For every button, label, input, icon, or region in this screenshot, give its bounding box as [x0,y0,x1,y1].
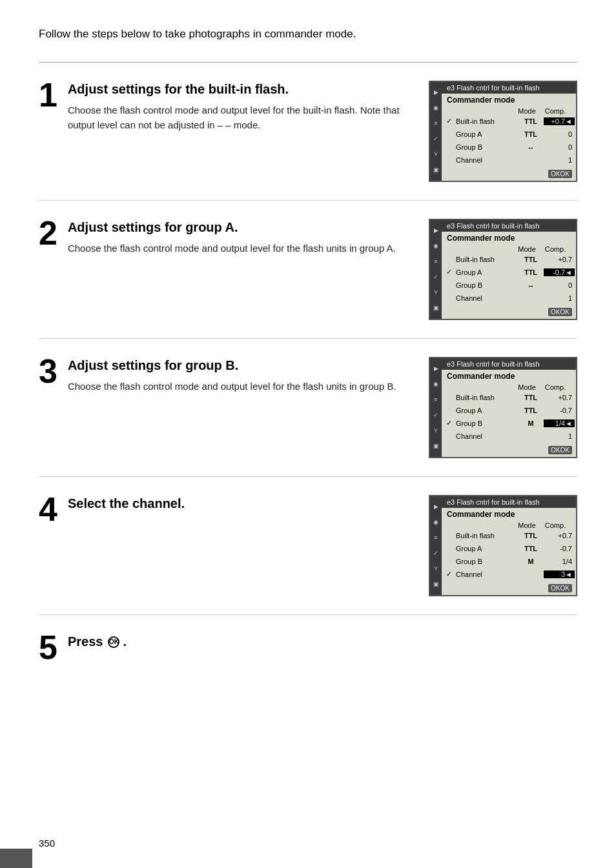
lcd-row-mode: TTL [518,117,544,125]
step-4-lcd-header: e3 Flash cntrl for built-in flash [442,496,576,508]
lcd-sidebar-icon: ◉ [433,243,438,249]
step-2-lcd-sidebar: ▶◉≡✓Y▣ [430,220,442,319]
step-5-title: Press OK . [68,634,127,649]
lcd-row-label: Channel [455,294,518,302]
step-5-press-text: Press [68,634,103,649]
lcd-row-label: Group A [455,130,518,138]
lcd-row: ✓Channel3◄ [442,568,576,581]
step-1-lcd-header: e3 Flash cntrl for built-in flash [442,82,576,94]
lcd-row-indicator: ✓ [443,268,455,276]
lcd-row-label: Group A [455,407,518,414]
lcd-row-mode: -- [518,143,544,151]
step-4-section: 4Select the channel.▶◉≡✓Y▣e3 Flash cntrl… [39,477,577,615]
lcd-row-comp: 1 [544,432,575,440]
step-2-section: 2Adjust settings for group A.Choose the … [39,201,577,339]
lcd-row-label: Built-in flash [455,394,518,401]
lcd-col-mode: Mode [514,245,540,253]
step-3-desc: Choose the flash control mode and output… [68,379,409,394]
step-1-number: 1 [39,78,57,112]
lcd-row-mode: TTL [518,130,544,138]
step-4-title: Select the channel. [68,495,409,512]
step-3-title: Adjust settings for group B. [68,357,409,374]
step-2-lcd-footer: OKOK [442,306,576,319]
step-1-section: 1Adjust settings for the built-in flash.… [39,63,577,201]
lcd-row-mode: M [518,558,544,565]
step-4-number: 4 [39,492,57,526]
step-3-lcd-col-headers: ModeComp. [442,382,576,391]
lcd-sidebar-icon: ≡ [434,258,437,265]
lcd-sidebar-icon: ✓ [433,136,438,142]
step-2-number: 2 [39,216,57,250]
step-3-lcd-footer: OKOK [442,444,576,457]
lcd-col-mode: Mode [514,521,540,529]
step-1-lcd: ▶◉≡✓Y▣e3 Flash cntrl for built-in flashC… [429,81,577,182]
lcd-row-indicator: ✓ [443,419,455,427]
lcd-row: Channel1 [442,292,576,305]
lcd-row-comp: -0.7◄ [544,268,575,276]
step-2-lcd-header: e3 Flash cntrl for built-in flash [442,220,576,232]
dark-tab [0,849,32,868]
lcd-sidebar-icon: Y [434,565,438,572]
step-2-left: 2Adjust settings for group A.Choose the … [39,219,409,256]
lcd-col-comp: Comp. [540,383,571,391]
lcd-row-comp: 0 [544,281,575,289]
lcd-sidebar-icon: ≡ [434,534,437,541]
lcd-row-label: Built-in flash [455,256,518,263]
step-1-left: 1Adjust settings for the built-in flash.… [39,81,409,133]
step-1-lcd-subheader: Commander mode [442,94,576,106]
step-4-lcd-subheader: Commander mode [442,508,576,520]
lcd-sidebar-icon: ▶ [434,89,438,96]
lcd-row: Group BM1/4 [442,555,576,568]
lcd-ok-button[interactable]: OKOK [548,308,572,316]
lcd-row: Channel1 [442,154,576,167]
lcd-row-indicator: ✓ [443,117,455,125]
step-5-period: . [123,634,127,649]
step-1-desc: Choose the flash control mode and output… [68,103,409,133]
lcd-sidebar-icon: ✓ [433,412,438,418]
step-5-content: 5 Press OK . [39,633,577,664]
lcd-col-comp: Comp. [540,521,571,529]
lcd-ok-button[interactable]: OKOK [548,584,572,592]
lcd-sidebar-icon: ▣ [433,167,439,173]
lcd-row-mode: TTL [518,545,544,552]
lcd-ok-button[interactable]: OKOK [548,170,572,178]
lcd-row-label: Group B [455,419,518,427]
lcd-row-label: Built-in flash [455,117,518,125]
lcd-sidebar-icon: ◉ [433,381,438,387]
lcd-row: ✓Built-in flashTTL+0.7◄ [442,115,576,128]
lcd-row: ✓Group ATTL-0.7◄ [442,266,576,279]
lcd-row: Built-in flashTTL+0.7 [442,253,576,266]
lcd-sidebar-icon: ▣ [433,443,439,449]
lcd-row-label: Group B [455,143,518,151]
lcd-col-comp: Comp. [540,107,571,115]
lcd-row-comp: 1 [544,294,575,302]
step-3-lcd-header: e3 Flash cntrl for built-in flash [442,358,576,370]
lcd-row-comp: 0 [544,143,575,151]
lcd-row-comp: +0.7 [544,394,575,401]
step-2-lcd-subheader: Commander mode [442,232,576,244]
step-3-left: 3Adjust settings for group B.Choose the … [39,357,409,394]
lcd-row-label: Built-in flash [455,532,518,540]
lcd-sidebar-icon: ≡ [434,120,437,126]
ok-circle-icon: OK [108,636,119,648]
step-1-lcd-sidebar: ▶◉≡✓Y▣ [430,82,442,181]
lcd-row-mode: M [518,419,544,427]
lcd-row: Channel1 [442,430,576,443]
lcd-row-comp: 3◄ [544,570,575,578]
step-3-section: 3Adjust settings for group B.Choose the … [39,339,577,477]
step-5-left: 5 Press OK . [39,633,577,664]
step-2-lcd-col-headers: ModeComp. [442,244,576,253]
lcd-sidebar-icon: Y [434,151,438,157]
lcd-row-mode: TTL [518,394,544,401]
step-4-lcd-col-headers: ModeComp. [442,520,576,529]
lcd-row-comp: 1/4 [544,558,575,565]
lcd-row-comp: -0.7 [544,545,575,552]
lcd-row-comp: -0.7 [544,407,575,414]
lcd-row-comp: 1 [544,156,575,164]
lcd-sidebar-icon: ◉ [433,105,438,111]
lcd-sidebar-icon: ▶ [434,503,438,510]
lcd-ok-button[interactable]: OKOK [548,446,572,454]
lcd-sidebar-icon: ▶ [434,227,438,234]
lcd-row-indicator: ✓ [443,570,455,578]
lcd-row: Group B--0 [442,141,576,154]
